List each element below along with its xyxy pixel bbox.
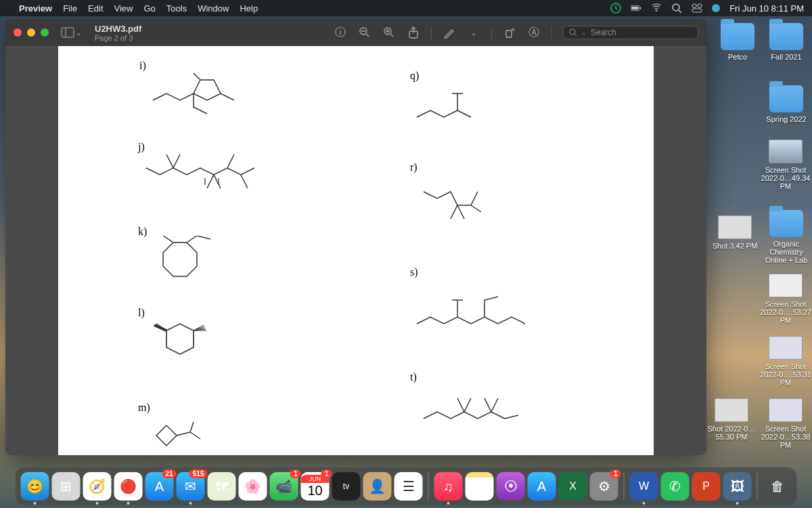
svg-text:I: I	[217, 176, 220, 187]
dock-mail[interactable]: ✉515	[177, 472, 205, 501]
svg-point-5	[673, 4, 679, 11]
dock-notes[interactable]	[466, 472, 494, 501]
zoom-in-button[interactable]	[382, 26, 396, 39]
svg-rect-2	[632, 7, 639, 9]
menu-tools[interactable]: Tools	[166, 3, 187, 14]
document-viewport[interactable]: i) j) I I k) l)	[5, 46, 706, 455]
svg-line-18	[390, 34, 393, 37]
dock-system-preferences[interactable]: ⚙1	[590, 472, 618, 501]
sidebar-toggle[interactable]: ⌄	[61, 27, 81, 38]
zoom-out-button[interactable]	[358, 26, 371, 39]
dock-finder[interactable]: 😊	[21, 472, 49, 501]
menu-file[interactable]: File	[63, 3, 77, 14]
molecule-m	[143, 415, 210, 455]
clock[interactable]: Fri Jun 10 8:11 PM	[729, 3, 804, 14]
folder-organic-chemistry[interactable]: Organic Chemistry Online + Lab	[759, 210, 812, 264]
svg-rect-10	[62, 28, 74, 37]
dock-calendar[interactable]: JUN 10 1	[301, 472, 330, 501]
dock-maps[interactable]: 🗺	[208, 472, 236, 501]
problem-l-label: l)	[138, 307, 145, 318]
app-menu[interactable]: Preview	[19, 3, 52, 14]
dock-excel[interactable]: X	[559, 472, 587, 501]
dock-chrome[interactable]: 🔴	[114, 472, 143, 501]
svg-rect-3	[640, 7, 641, 9]
spotlight-icon[interactable]	[671, 3, 682, 14]
problem-s-label: s)	[410, 266, 418, 278]
dock-separator-2	[624, 473, 625, 500]
battery-icon[interactable]	[631, 3, 641, 14]
window-controls	[14, 28, 49, 37]
screenshot-1[interactable]: Screen Shot 2022-0…49.34 PM	[759, 140, 812, 190]
dock-separator-1	[428, 473, 429, 500]
screenshot-shot-5530[interactable]: Shot 2022-0…55.30 PM	[705, 398, 758, 441]
svg-point-4	[656, 9, 658, 12]
dock-tv[interactable]: tv	[332, 472, 361, 501]
hotspot-icon[interactable]	[651, 3, 662, 14]
dock-word[interactable]: W	[630, 472, 658, 501]
zoom-button[interactable]	[41, 28, 49, 37]
menu-window[interactable]: Window	[198, 3, 229, 14]
share-button[interactable]	[407, 26, 420, 39]
folder-fall-2021[interactable]: Fall 2021	[763, 23, 809, 61]
molecule-l	[146, 317, 234, 371]
svg-point-22	[570, 29, 575, 35]
dock-contacts[interactable]: 👤	[363, 472, 392, 501]
menu-view[interactable]: View	[114, 3, 133, 14]
user-icon[interactable]	[712, 4, 720, 12]
dock-preview[interactable]: 🖼	[723, 472, 752, 501]
molecule-t	[417, 385, 525, 432]
problem-m-label: m)	[138, 402, 150, 413]
search-icon	[569, 28, 577, 37]
desktop: Petco Fall 2021 Spring 2022 Screen Shot …	[710, 19, 812, 466]
dock: 😊 ⊞ 🧭 🔴 A21 ✉515 🗺 🌸 📹1 JUN 10 1 tv 👤 ☰ …	[16, 467, 797, 505]
search-field[interactable]: ⌄ Search	[563, 26, 698, 39]
rotate-button[interactable]	[503, 26, 516, 39]
svg-line-14	[366, 34, 369, 37]
dock-appstore[interactable]: A21	[145, 472, 174, 501]
pdf-page: i) j) I I k) l)	[58, 46, 654, 455]
dock-launchpad[interactable]: ⊞	[52, 472, 81, 501]
molecule-s	[410, 283, 532, 337]
highlight-button[interactable]: Ⓐ	[527, 26, 541, 39]
screenshot-2[interactable]: Screen Shot 2022-0….53.27 PM	[759, 274, 812, 324]
molecule-i	[146, 66, 254, 127]
dock-separator-3	[757, 473, 758, 500]
control-center-icon[interactable]	[692, 3, 702, 14]
folder-petco[interactable]: Petco	[715, 23, 761, 61]
dock-whatsapp[interactable]: ✆	[661, 472, 690, 501]
menu-help[interactable]: Help	[240, 3, 258, 14]
search-placeholder: Search	[591, 28, 616, 37]
dock-trash[interactable]: 🗑	[763, 472, 792, 501]
problem-t-label: t)	[410, 371, 417, 383]
dock-safari[interactable]: 🧭	[83, 472, 112, 501]
screenshot-4[interactable]: Screen Shot 2022-0…53.38 PM	[759, 398, 812, 449]
minimize-button[interactable]	[27, 28, 35, 37]
menu-go[interactable]: Go	[143, 3, 155, 14]
menu-bar: Preview File Edit View Go Tools Window H…	[0, 0, 812, 16]
svg-rect-9	[692, 9, 702, 12]
svg-text:I: I	[204, 176, 206, 187]
window-titlebar: ⌄ U2HW3.pdf Page 2 of 3 ⓘ ⌄ Ⓐ ⌄ Search	[5, 19, 706, 46]
svg-rect-7	[692, 4, 696, 7]
problem-r-label: r)	[410, 161, 418, 173]
info-button[interactable]: ⓘ	[334, 26, 347, 39]
dock-photos[interactable]: 🌸	[239, 472, 267, 501]
problem-i-label: i)	[139, 60, 146, 71]
dock-podcasts[interactable]: ⦿	[497, 472, 525, 501]
grammarly-icon[interactable]	[610, 3, 621, 14]
markup-dropdown[interactable]: ⌄	[467, 26, 480, 39]
folder-spring-2022[interactable]: Spring 2022	[763, 85, 809, 123]
screenshot-3[interactable]: Screen Shot 2022-0….53.31 PM	[759, 336, 812, 387]
screenshot-shot-342[interactable]: Shot 3.42 PM	[712, 215, 758, 250]
dock-facetime[interactable]: 📹1	[270, 472, 298, 501]
markup-button[interactable]	[443, 26, 456, 39]
document-title: U2HW3.pdf	[95, 24, 141, 34]
dock-music[interactable]: ♫	[434, 472, 463, 501]
molecule-r	[417, 178, 498, 232]
dock-app-store-2[interactable]: A	[528, 472, 556, 501]
page-indicator: Page 2 of 3	[95, 34, 141, 42]
close-button[interactable]	[14, 28, 22, 37]
dock-reminders[interactable]: ☰	[394, 472, 423, 501]
menu-edit[interactable]: Edit	[88, 3, 103, 14]
dock-powerpoint[interactable]: P	[692, 472, 721, 501]
